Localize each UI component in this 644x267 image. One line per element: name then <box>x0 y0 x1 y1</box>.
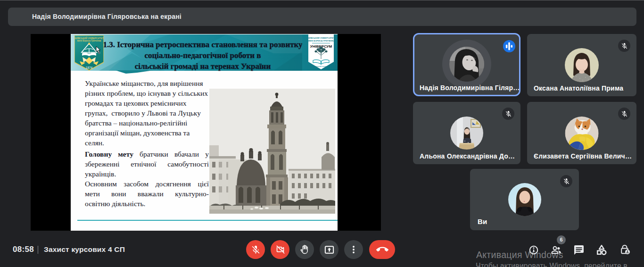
svg-text:КИЇВСЬКИЙ УНІВЕРСИТЕТ: КИЇВСЬКИЙ УНІВЕРСИТЕТ <box>74 36 104 40</box>
svg-text:КИЇВСЬКИЙ УНІВЕРСИТЕТ: КИЇВСЬКИЙ УНІВЕРСИТЕТ <box>308 37 334 39</box>
svg-text:ІМЕНІ БОРИСА ГРІНЧЕНКА: ІМЕНІ БОРИСА ГРІНЧЕНКА <box>308 40 334 42</box>
svg-text:імені Бориса Грінченка: імені Бориса Грінченка <box>77 40 101 42</box>
svg-text:фаховий коледж: фаховий коледж <box>314 66 328 67</box>
svg-text:1874: 1874 <box>86 66 93 69</box>
